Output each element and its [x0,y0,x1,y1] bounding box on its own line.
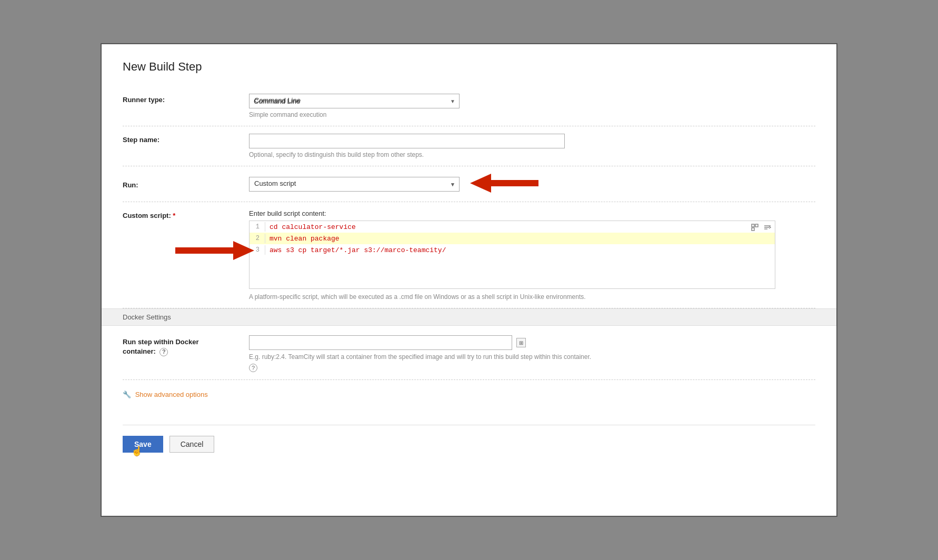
run-content: Custom script ▼ [249,174,815,194]
docker-help-icon[interactable]: ? [159,347,168,355]
advanced-options-link[interactable]: Show advanced options [135,391,208,398]
runner-type-content: Command Line Command Line Simple command… [249,94,815,118]
docker-section-header: Docker Settings [102,308,836,326]
script-sub-label: Enter build script content: [249,209,815,217]
svg-rect-3 [752,228,754,231]
save-button[interactable]: Save [123,436,163,453]
docker-browse-icon[interactable]: ⊞ [516,338,526,347]
save-btn-wrapper: Save ☝ [123,436,163,453]
editor-icons [750,223,772,232]
svg-rect-1 [752,224,754,227]
line-code-1: cd calculator-service [270,223,356,231]
main-window: New Build Step Runner type: Command Line… [101,43,837,517]
step-name-content: Optional, specify to distinguish this bu… [249,134,815,158]
runner-type-row: Runner type: Command Line Command Line S… [123,86,815,126]
required-indicator: * [173,212,175,219]
svg-rect-2 [755,224,758,227]
cancel-button[interactable]: Cancel [169,436,215,453]
run-label: Run: [123,179,249,189]
svg-marker-0 [470,174,538,193]
step-name-label: Step name: [123,134,249,144]
annotation-arrow-run [470,174,538,194]
docker-input-row: ⊞ [249,335,815,350]
docker-bottom-help-icon[interactable]: ? [249,364,257,372]
custom-script-content: Enter build script content: 1 cd calcula… [249,209,815,301]
run-row: Run: Custom script ▼ [123,166,815,202]
script-hint: A platform-specific script, which will b… [249,293,749,301]
script-editor-wrapper: 1 cd calculator-service 2 mvn clean pack… [249,221,775,289]
advanced-options-section: 🔧 Show advanced options [123,380,815,404]
runner-type-select-wrapper: Command Line Command Line [249,94,460,108]
run-select-wrapper: Custom script ▼ [249,177,460,192]
runner-type-label: Runner type: [123,94,249,104]
script-line-1: 1 cd calculator-service [250,221,775,233]
docker-container-row: Run step within Dockercontainer: ? ⊞ E.g… [123,326,815,380]
line-number-1: 1 [250,222,265,232]
editor-expand-icon[interactable] [750,223,760,232]
script-line-2: 2 mvn clean package [250,233,775,244]
line-code-3: aws s3 cp target/*.jar s3://marco-teamci… [270,246,446,254]
docker-hint: E.g. ruby:2.4. TeamCity will start a con… [249,353,670,361]
step-name-hint: Optional, specify to distinguish this bu… [249,151,815,158]
cursor-icon: ☝ [131,445,143,457]
step-name-row: Step name: Optional, specify to distingu… [123,126,815,166]
runner-type-select[interactable]: Command Line [249,94,460,108]
docker-content: ⊞ E.g. ruby:2.4. TeamCity will start a c… [249,335,815,372]
annotation-arrow-script [175,241,254,262]
svg-marker-7 [175,241,254,260]
wrench-icon: 🔧 [123,391,131,398]
custom-script-row: Custom script: * Enter build script cont… [123,202,815,308]
run-select[interactable] [249,177,460,192]
custom-script-label: Custom script: * [123,209,249,219]
script-editor[interactable]: 1 cd calculator-service 2 mvn clean pack… [249,221,775,289]
step-name-input[interactable] [249,134,565,148]
editor-wrap-icon[interactable] [763,223,772,232]
script-line-3: 3 aws s3 cp target/*.jar s3://marco-team… [250,244,775,256]
docker-help-link: ? [249,364,815,372]
docker-label: Run step within Dockercontainer: ? [123,335,249,356]
footer-buttons: Save ☝ Cancel [123,425,815,453]
docker-container-input[interactable] [249,335,512,350]
docker-section-label: Docker Settings [123,313,171,321]
runner-type-hint: Simple command execution [249,111,815,118]
line-code-2: mvn clean package [270,235,340,243]
page-title: New Build Step [123,60,815,74]
